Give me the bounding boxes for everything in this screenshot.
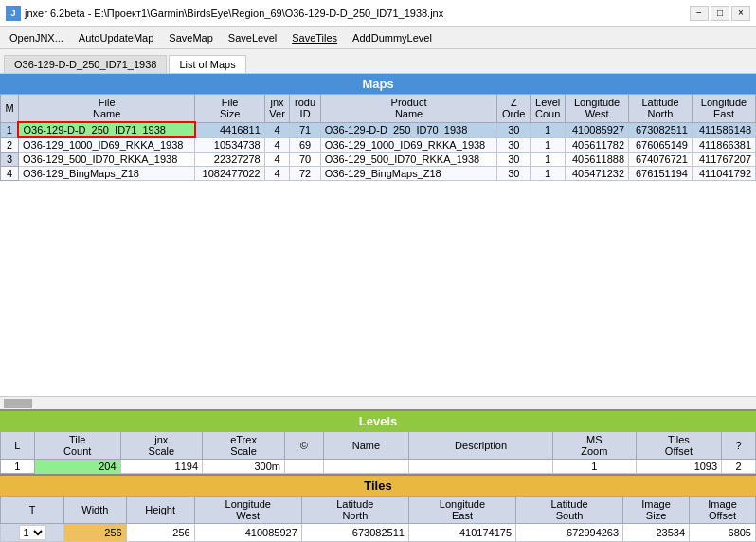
tab-file[interactable]: O36-129-D-D_250_ID71_1938 [4, 55, 167, 73]
maps-cell-longeast: 411041792 [692, 167, 755, 181]
tiles-col-t: T [1, 497, 64, 524]
maps-cell-m: 1 [1, 122, 19, 137]
maps-cell-productname: O36-129_1000_ID69_RKKA_1938 [320, 137, 496, 153]
main-content: Maps M FileName FileSize jnxVer roduID P… [0, 74, 756, 542]
maps-cell-m: 3 [1, 153, 19, 167]
maps-cell-latnorth: 673082511 [629, 122, 693, 137]
tab-bar: O36-129-D-D_250_ID71_1938 List of Maps [0, 49, 756, 74]
maps-cell-productname: O36-129_BingMaps_Z18 [320, 167, 496, 181]
levels-section: Levels L TileCount jnxScale eTrexScale ©… [0, 409, 756, 474]
maps-cell-longeast: 411866381 [692, 137, 755, 153]
tiles-col-height: Height [126, 497, 194, 524]
tiles-header: Tiles [0, 476, 756, 496]
menu-bar: OpenJNX... AutoUpdateMap SaveMap SaveLev… [0, 27, 756, 49]
maps-cell-filename: O36-129-D-D_250_ID71_1938 [18, 122, 194, 137]
title-bar: J jnxer 6.2beta - E:\Проект1\Garmin\Bird… [0, 0, 756, 27]
tiles-cell-t[interactable]: 1 [1, 524, 64, 542]
maps-scrollbar[interactable] [0, 396, 756, 409]
levels-cell-mszoom: 1 [552, 460, 636, 474]
levels-cell-l: 1 [1, 460, 35, 474]
maps-cell-level: 1 [531, 122, 566, 137]
tiles-col-imageoffset: ImageOffset [690, 497, 756, 524]
maps-table-row[interactable]: 1O36-129-D-D_250_ID71_19384416811471O36-… [1, 122, 756, 137]
maps-cell-longeast: 411767207 [692, 153, 755, 167]
maps-table-row[interactable]: 4O36-129_BingMaps_Z181082477022472O36-12… [1, 167, 756, 181]
maps-cell-level: 1 [531, 137, 566, 153]
menu-open-jnx[interactable]: OpenJNX... [4, 30, 69, 45]
menu-add-dummy-level[interactable]: AddDummyLevel [347, 30, 438, 45]
maps-cell-filename: O36-129_500_ID70_RKKA_1938 [18, 153, 194, 167]
maps-cell-jnxver: 4 [264, 153, 290, 167]
tiles-table-body: 1256256410085927673082511410174175672994… [1, 524, 756, 542]
tiles-cell-height: 256 [126, 524, 194, 542]
levels-cell-name [323, 460, 409, 474]
col-latnorth: LatitudeNorth [629, 95, 693, 123]
app-icon: J [6, 6, 21, 21]
tiles-col-width: Width [64, 497, 127, 524]
title-bar-text: jnxer 6.2beta - E:\Проект1\Garmin\BirdsE… [25, 8, 443, 19]
levels-col-tilecount: TileCount [34, 432, 120, 460]
levels-table-row[interactable]: 12041194300m110932 [1, 460, 756, 474]
tiles-table: T Width Height LongitudeWest LatitudeNor… [0, 496, 756, 542]
maps-cell-level: 1 [531, 153, 566, 167]
maps-cell-rodid: 71 [290, 122, 320, 137]
maps-cell-productname: O36-129-D-D_250_ID70_1938 [320, 122, 496, 137]
maps-table-row[interactable]: 2O36-129_1000_ID69_RKKA_193810534738469O… [1, 137, 756, 153]
maps-cell-filesize: 4416811 [195, 122, 264, 137]
levels-cell-etrex: 300m [203, 460, 285, 474]
maps-cell-rodid: 70 [290, 153, 320, 167]
levels-col-description: Description [409, 432, 553, 460]
tiles-table-row[interactable]: 1256256410085927673082511410174175672994… [1, 524, 756, 542]
menu-save-level[interactable]: SaveLevel [223, 30, 282, 45]
levels-col-l: L [1, 432, 35, 460]
col-jnxver: jnxVer [264, 95, 290, 123]
maps-cell-rodid: 69 [290, 137, 320, 153]
maps-header: Maps [0, 74, 756, 94]
col-roduid: roduID [290, 95, 320, 123]
levels-table: L TileCount jnxScale eTrexScale © Name D… [0, 431, 756, 474]
maps-cell-productname: O36-129_500_ID70_RKKA_1938 [320, 153, 496, 167]
levels-header: Levels [0, 411, 756, 431]
close-button[interactable]: × [731, 6, 750, 21]
levels-col-name: Name [323, 432, 409, 460]
maps-cell-longeast: 411586148 [692, 122, 755, 137]
tiles-cell-latsouth: 672994263 [516, 524, 623, 542]
col-z: ZOrde [497, 95, 531, 123]
maps-cell-filename: O36-129_1000_ID69_RKKA_1938 [18, 137, 194, 153]
levels-cell-copy [285, 460, 324, 474]
tab-list-of-maps[interactable]: List of Maps [169, 55, 245, 73]
levels-cell-description [409, 460, 553, 474]
maps-cell-m: 4 [1, 167, 19, 181]
levels-table-body: 12041194300m110932 [1, 460, 756, 474]
menu-auto-update-map[interactable]: AutoUpdateMap [73, 30, 160, 45]
levels-header-row: L TileCount jnxScale eTrexScale © Name D… [1, 432, 756, 460]
maps-cell-filesize: 10534738 [195, 137, 264, 153]
minimize-button[interactable]: − [690, 6, 709, 21]
col-productname: ProductName [320, 95, 496, 123]
levels-col-mszoom: MSZoom [552, 432, 636, 460]
levels-cell-tilesoffset: 1093 [636, 460, 721, 474]
levels-cell-q: 2 [722, 460, 756, 474]
tiles-cell-latnorth: 673082511 [301, 524, 408, 542]
maps-cell-z: 30 [497, 122, 531, 137]
tiles-header-row: T Width Height LongitudeWest LatitudeNor… [1, 497, 756, 524]
maps-section: Maps M FileName FileSize jnxVer roduID P… [0, 74, 756, 409]
menu-save-tiles[interactable]: SaveTiles [286, 30, 343, 45]
maps-cell-filesize: 1082477022 [195, 167, 264, 181]
maps-cell-rodid: 72 [290, 167, 320, 181]
maximize-button[interactable]: □ [711, 6, 729, 21]
tiles-col-longeast: LongitudeEast [408, 497, 515, 524]
tiles-row-select[interactable]: 1 [19, 525, 46, 540]
maps-cell-longwest: 410085927 [566, 122, 629, 137]
maps-table-row[interactable]: 3O36-129_500_ID70_RKKA_193822327278470O3… [1, 153, 756, 167]
levels-cell-tilecount: 204 [34, 460, 120, 474]
maps-scroll-thumb[interactable] [4, 399, 32, 408]
window-controls: − □ × [690, 6, 750, 21]
maps-table-scroll[interactable]: M FileName FileSize jnxVer roduID Produc… [0, 94, 756, 396]
col-level: LevelCoun [531, 95, 566, 123]
maps-cell-latnorth: 674076721 [629, 153, 693, 167]
menu-save-map[interactable]: SaveMap [163, 30, 218, 45]
levels-col-jnxscale: jnxScale [120, 432, 202, 460]
tiles-col-latsouth: LatitudeSouth [516, 497, 623, 524]
levels-col-q: ? [722, 432, 756, 460]
